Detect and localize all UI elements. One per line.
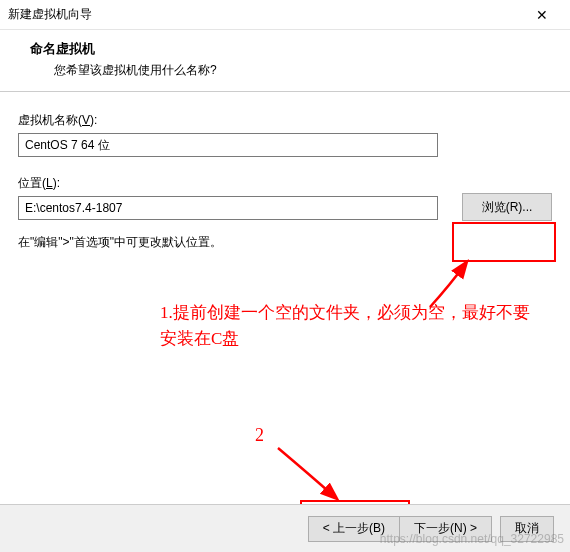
label-text: ):: [53, 176, 60, 190]
label-hotkey: V: [82, 113, 90, 127]
label-text: 位置(: [18, 176, 46, 190]
vm-location-row: 位置(L): 浏览(R)...: [18, 175, 552, 220]
label-text: ):: [90, 113, 97, 127]
vm-name-label: 虚拟机名称(V):: [18, 112, 552, 129]
watermark-text: https://blog.csdn.net/qq_32722985: [380, 532, 564, 546]
wizard-content: 虚拟机名称(V): 位置(L): 浏览(R)... 在"编辑">"首选项"中可更…: [0, 92, 570, 251]
close-button[interactable]: ✕: [522, 1, 562, 29]
vm-location-label: 位置(L):: [18, 175, 552, 192]
vm-location-input[interactable]: [18, 196, 438, 220]
annotation-note-2: 2: [255, 425, 264, 446]
window-title: 新建虚拟机向导: [8, 6, 522, 23]
titlebar: 新建虚拟机向导 ✕: [0, 0, 570, 30]
vm-name-row: 虚拟机名称(V):: [18, 112, 552, 157]
browse-button[interactable]: 浏览(R)...: [462, 193, 552, 221]
label-text: 虚拟机名称(: [18, 113, 82, 127]
vm-name-input[interactable]: [18, 133, 438, 157]
label-hotkey: L: [46, 176, 53, 190]
wizard-header: 命名虚拟机 您希望该虚拟机使用什么名称?: [0, 30, 570, 92]
location-hint: 在"编辑">"首选项"中可更改默认位置。: [18, 234, 552, 251]
close-icon: ✕: [536, 7, 548, 23]
annotation-note-1: 1.提前创建一个空的文件夹，必须为空，最好不要安装在C盘: [160, 300, 540, 351]
page-heading: 命名虚拟机: [30, 40, 550, 58]
arrow-icon: [270, 440, 350, 510]
page-subheading: 您希望该虚拟机使用什么名称?: [30, 62, 550, 79]
